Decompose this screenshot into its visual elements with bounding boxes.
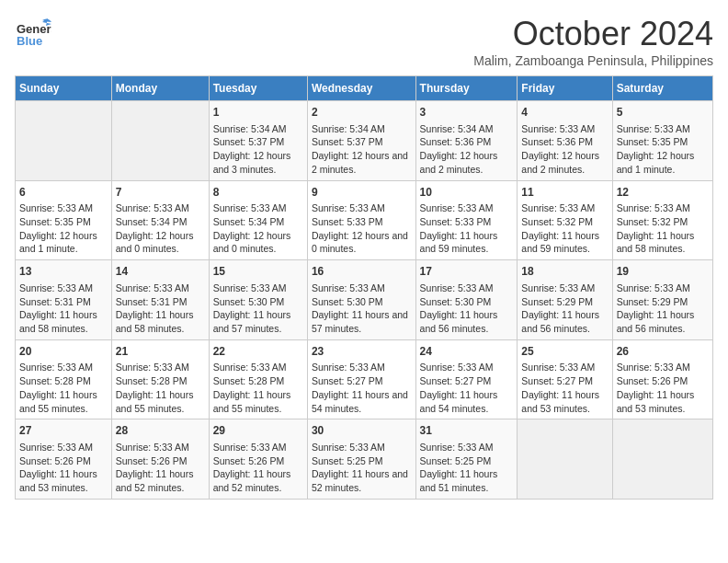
day-info: Sunrise: 5:33 AM xyxy=(521,282,608,295)
day-number: 24 xyxy=(420,344,514,360)
day-info: Sunrise: 5:33 AM xyxy=(312,282,412,295)
day-number: 19 xyxy=(617,264,709,280)
day-info: Sunset: 5:36 PM xyxy=(521,135,608,149)
day-number: 4 xyxy=(521,105,608,121)
day-info: Sunset: 5:29 PM xyxy=(521,295,608,309)
day-info: Sunrise: 5:33 AM xyxy=(116,441,205,454)
day-header-sunday: Sunday xyxy=(16,76,112,101)
day-info: Daylight: 11 hours and 53 minutes. xyxy=(521,388,608,415)
day-header-saturday: Saturday xyxy=(612,76,712,101)
day-info: Sunrise: 5:33 AM xyxy=(116,201,205,215)
day-header-wednesday: Wednesday xyxy=(307,76,415,101)
calendar-cell: 7Sunrise: 5:33 AMSunset: 5:34 PMDaylight… xyxy=(111,180,209,260)
day-info: Sunset: 5:25 PM xyxy=(420,454,514,468)
day-header-friday: Friday xyxy=(518,76,612,101)
day-info: Daylight: 12 hours and 3 minutes. xyxy=(213,149,303,176)
day-info: Daylight: 11 hours and 58 minutes. xyxy=(19,308,108,335)
svg-text:Blue: Blue xyxy=(17,34,42,48)
week-row-0: 1Sunrise: 5:34 AMSunset: 5:37 PMDaylight… xyxy=(16,101,713,181)
day-info: Sunset: 5:35 PM xyxy=(617,135,709,149)
calendar-header-row: SundayMondayTuesdayWednesdayThursdayFrid… xyxy=(16,76,713,101)
calendar-cell: 30Sunrise: 5:33 AMSunset: 5:25 PMDayligh… xyxy=(307,419,415,500)
day-number: 16 xyxy=(312,264,412,280)
day-info: Sunrise: 5:33 AM xyxy=(213,201,303,215)
day-number: 1 xyxy=(213,105,303,121)
calendar-cell xyxy=(518,419,612,500)
day-info: Daylight: 11 hours and 55 minutes. xyxy=(213,388,303,415)
day-info: Sunrise: 5:33 AM xyxy=(617,122,709,136)
day-info: Sunrise: 5:33 AM xyxy=(213,282,303,295)
day-info: Daylight: 11 hours and 59 minutes. xyxy=(521,229,608,256)
calendar-cell: 28Sunrise: 5:33 AMSunset: 5:26 PMDayligh… xyxy=(111,419,209,500)
day-info: Daylight: 11 hours and 54 minutes. xyxy=(312,388,412,415)
day-info: Sunset: 5:27 PM xyxy=(521,374,608,388)
calendar-cell: 16Sunrise: 5:33 AMSunset: 5:30 PMDayligh… xyxy=(307,260,415,340)
day-info: Sunset: 5:35 PM xyxy=(19,215,108,229)
calendar-cell: 23Sunrise: 5:33 AMSunset: 5:27 PMDayligh… xyxy=(307,339,415,419)
day-info: Sunrise: 5:33 AM xyxy=(617,282,709,295)
calendar-cell: 31Sunrise: 5:33 AMSunset: 5:25 PMDayligh… xyxy=(415,419,518,500)
week-row-4: 27Sunrise: 5:33 AMSunset: 5:26 PMDayligh… xyxy=(16,419,713,500)
day-info: Sunset: 5:31 PM xyxy=(19,295,108,309)
calendar-cell: 17Sunrise: 5:33 AMSunset: 5:30 PMDayligh… xyxy=(415,260,518,340)
logo-icon: General Blue xyxy=(15,15,51,52)
calendar-cell xyxy=(111,101,209,181)
day-info: Sunset: 5:30 PM xyxy=(420,295,514,309)
day-info: Sunrise: 5:33 AM xyxy=(312,441,412,454)
calendar-cell: 1Sunrise: 5:34 AMSunset: 5:37 PMDaylight… xyxy=(209,101,307,181)
day-number: 31 xyxy=(420,423,514,439)
calendar-cell: 11Sunrise: 5:33 AMSunset: 5:32 PMDayligh… xyxy=(518,180,612,260)
day-info: Sunrise: 5:33 AM xyxy=(420,441,514,454)
day-info: Sunrise: 5:33 AM xyxy=(213,361,303,374)
day-info: Daylight: 11 hours and 58 minutes. xyxy=(617,229,709,256)
calendar-cell: 19Sunrise: 5:33 AMSunset: 5:29 PMDayligh… xyxy=(612,260,712,340)
week-row-3: 20Sunrise: 5:33 AMSunset: 5:28 PMDayligh… xyxy=(16,339,713,419)
day-info: Daylight: 11 hours and 53 minutes. xyxy=(617,388,709,415)
day-info: Daylight: 11 hours and 53 minutes. xyxy=(19,467,108,494)
day-number: 20 xyxy=(19,344,108,360)
day-info: Daylight: 11 hours and 58 minutes. xyxy=(116,308,205,335)
title-block: October 2024 Malim, Zamboanga Peninsula,… xyxy=(473,15,713,68)
day-info: Sunrise: 5:33 AM xyxy=(521,201,608,215)
day-info: Sunrise: 5:34 AM xyxy=(213,122,303,136)
day-number: 22 xyxy=(213,344,303,360)
day-info: Daylight: 11 hours and 57 minutes. xyxy=(213,308,303,335)
day-number: 18 xyxy=(521,264,608,280)
day-info: Sunrise: 5:33 AM xyxy=(420,282,514,295)
day-info: Daylight: 11 hours and 51 minutes. xyxy=(420,467,514,494)
day-number: 30 xyxy=(312,423,412,439)
calendar-cell: 26Sunrise: 5:33 AMSunset: 5:26 PMDayligh… xyxy=(612,339,712,419)
day-info: Sunset: 5:33 PM xyxy=(312,215,412,229)
day-info: Sunset: 5:27 PM xyxy=(312,374,412,388)
day-info: Sunset: 5:34 PM xyxy=(116,215,205,229)
day-info: Daylight: 12 hours and 1 minute. xyxy=(617,149,709,176)
day-info: Daylight: 11 hours and 52 minutes. xyxy=(312,467,412,494)
day-info: Daylight: 12 hours and 1 minute. xyxy=(19,229,108,256)
day-info: Daylight: 11 hours and 52 minutes. xyxy=(213,467,303,494)
logo: General Blue xyxy=(15,15,51,55)
day-info: Sunrise: 5:33 AM xyxy=(312,201,412,215)
day-number: 27 xyxy=(19,423,108,439)
calendar-cell: 22Sunrise: 5:33 AMSunset: 5:28 PMDayligh… xyxy=(209,339,307,419)
calendar-cell xyxy=(612,419,712,500)
day-info: Sunset: 5:31 PM xyxy=(116,295,205,309)
calendar-cell: 5Sunrise: 5:33 AMSunset: 5:35 PMDaylight… xyxy=(612,101,712,181)
day-info: Sunrise: 5:33 AM xyxy=(521,122,608,136)
day-number: 25 xyxy=(521,344,608,360)
day-number: 21 xyxy=(116,344,205,360)
day-number: 15 xyxy=(213,264,303,280)
day-number: 28 xyxy=(116,423,205,439)
day-info: Sunset: 5:37 PM xyxy=(213,135,303,149)
day-number: 14 xyxy=(116,264,205,280)
calendar-cell: 15Sunrise: 5:33 AMSunset: 5:30 PMDayligh… xyxy=(209,260,307,340)
day-info: Sunrise: 5:33 AM xyxy=(617,201,709,215)
day-info: Daylight: 11 hours and 55 minutes. xyxy=(19,388,108,415)
calendar-cell: 12Sunrise: 5:33 AMSunset: 5:32 PMDayligh… xyxy=(612,180,712,260)
calendar-cell: 24Sunrise: 5:33 AMSunset: 5:27 PMDayligh… xyxy=(415,339,518,419)
day-number: 2 xyxy=(312,105,412,121)
calendar-cell: 8Sunrise: 5:33 AMSunset: 5:34 PMDaylight… xyxy=(209,180,307,260)
day-info: Sunrise: 5:33 AM xyxy=(116,361,205,374)
day-number: 13 xyxy=(19,264,108,280)
day-info: Sunrise: 5:33 AM xyxy=(19,441,108,454)
calendar-cell: 21Sunrise: 5:33 AMSunset: 5:28 PMDayligh… xyxy=(111,339,209,419)
